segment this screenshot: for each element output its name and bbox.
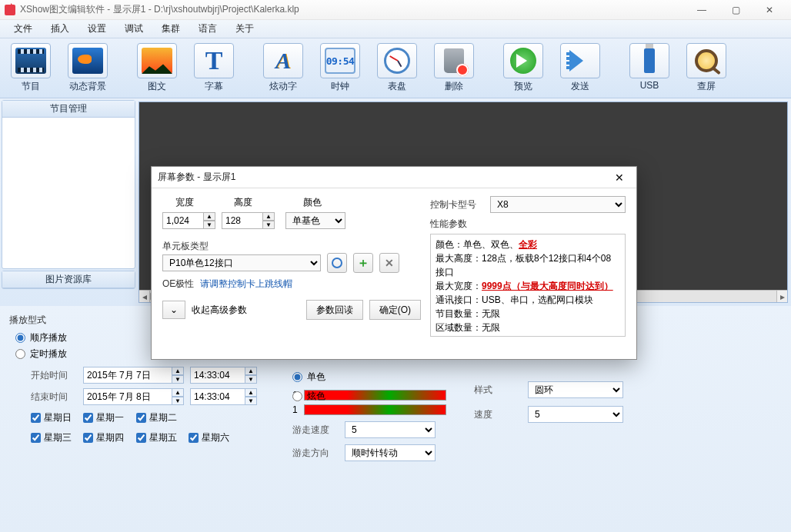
menu-insert[interactable]: 插入 [42, 20, 78, 38]
menu-cluster[interactable]: 集群 [152, 20, 189, 38]
add-unit-button[interactable]: ＋ [353, 253, 373, 273]
end-time-label: 结束时间 [31, 391, 77, 404]
day-sun[interactable]: 星期日 [31, 411, 72, 424]
chevron-up-down-icon: ⌄ [170, 304, 178, 315]
speed2-select[interactable]: 5 [528, 406, 623, 423]
tool-subtitle[interactable]: T字幕 [188, 42, 240, 98]
tool-pictext[interactable]: 图文 [131, 42, 183, 98]
app-logo-icon [5, 5, 15, 15]
menu-file[interactable]: 文件 [5, 20, 42, 38]
tool-program[interactable]: 节目 [5, 42, 57, 98]
screen-params-dialog: 屏幕参数 - 显示屏1 ✕ 宽度 高度 颜色 ▲▼ ▲▼ 单基色 单元板类型 P… [151, 166, 637, 360]
program-manager-header[interactable]: 节目管理 [2, 101, 135, 118]
menu-settings[interactable]: 设置 [78, 20, 115, 38]
perf-label: 性能参数 [430, 218, 626, 231]
window-close-button[interactable]: ✕ [753, 0, 786, 20]
window-maximize-button[interactable]: ▢ [719, 0, 753, 20]
left-column: 节目管理 图片资源库 [0, 98, 137, 306]
style-settings: 样式圆环 速度5 [474, 374, 643, 431]
wander-speed-select[interactable]: 5 [345, 421, 436, 438]
style-select[interactable]: 圆环 [528, 381, 623, 398]
search-unit-button[interactable] [327, 253, 347, 273]
day-wed[interactable]: 星期三 [31, 431, 72, 444]
perf-text[interactable]: 颜色：单色、双色、全彩 最大高度：128点，板载8个12接口和4个08接口 最大… [430, 234, 626, 337]
picture-icon [142, 48, 172, 74]
width-input[interactable]: ▲▼ [162, 212, 215, 229]
wander-settings: 单色 1 炫色 1 游走速度5 游走方向顺时针转动 [292, 367, 446, 467]
wander-speed-label: 游走速度 [292, 424, 339, 437]
width-label: 宽度 [162, 196, 207, 209]
height-label: 高度 [221, 196, 265, 209]
day-fri[interactable]: 星期五 [136, 431, 177, 444]
window-title: XShow图文编辑软件 - 显示屏1 - D:\rj\xshoutwbjrj\P… [20, 3, 685, 16]
wander-dir-label: 游走方向 [292, 447, 339, 460]
fx-a-icon: A [275, 48, 291, 74]
dialog-title: 屏幕参数 - 显示屏1 [158, 171, 609, 184]
day-sat[interactable]: 星期六 [189, 431, 229, 444]
tool-preview[interactable]: 预览 [497, 42, 549, 98]
menu-debug[interactable]: 调试 [115, 20, 152, 38]
height-input[interactable]: ▲▼ [222, 212, 275, 229]
spin-up-icon[interactable]: ▲ [172, 367, 184, 375]
card-model-select[interactable]: X8 [490, 196, 626, 213]
aquarium-icon [72, 48, 103, 74]
start-time-input[interactable]: ▲▼ [190, 367, 257, 384]
gradient-bar-2[interactable] [304, 404, 446, 415]
color-select[interactable]: 单基色 [285, 212, 345, 229]
readback-button[interactable]: 参数回读 [306, 300, 363, 320]
style-label: 样式 [474, 384, 520, 397]
color-label: 颜色 [290, 196, 335, 209]
program-tree[interactable] [2, 118, 135, 268]
oe-note-link[interactable]: 请调整控制卡上跳线帽 [200, 278, 292, 291]
tool-fxtext[interactable]: A炫动字 [257, 42, 309, 98]
day-thu[interactable]: 星期四 [83, 431, 124, 444]
oe-label: OE极性 [162, 278, 194, 291]
day-mon[interactable]: 星期一 [83, 411, 124, 424]
collapse-advanced-button[interactable]: ⌄ [162, 301, 185, 319]
play-icon [510, 48, 536, 74]
card-model-label: 控制卡型号 [430, 198, 484, 211]
tool-dial[interactable]: 表盘 [371, 42, 423, 98]
asset-library-panel: 图片资源库 [2, 271, 135, 289]
tool-send[interactable]: 发送 [554, 42, 606, 98]
start-time-label: 开始时间 [31, 369, 77, 382]
dialog-close-button[interactable]: ✕ [609, 167, 630, 188]
trash-icon [444, 48, 464, 73]
digital-clock-icon: 09:54 [325, 48, 355, 74]
send-arrow-icon [566, 50, 594, 71]
wander-dir-select[interactable]: 顺时针转动 [345, 444, 436, 461]
ok-button[interactable]: 确定(O) [369, 300, 421, 320]
text-t-icon: T [205, 46, 223, 75]
remove-unit-button[interactable]: ✕ [379, 253, 399, 273]
start-date-input[interactable]: ▲▼ [83, 367, 184, 384]
window-titlebar: XShow图文编辑软件 - 显示屏1 - D:\rj\xshoutwbjrj\P… [0, 0, 791, 20]
spin-down-icon[interactable]: ▼ [172, 375, 184, 384]
scroll-left-button[interactable]: ◂ [139, 291, 150, 302]
window-minimize-button[interactable]: — [685, 0, 719, 20]
day-tue[interactable]: 星期二 [136, 411, 177, 424]
menu-language[interactable]: 语言 [189, 20, 226, 38]
tool-clock[interactable]: 09:54时钟 [314, 42, 366, 98]
unit-type-select[interactable]: P10单色12接口 [162, 254, 321, 271]
magnifier-icon [695, 49, 718, 72]
tool-usb[interactable]: USB [623, 42, 676, 98]
menu-about[interactable]: 关于 [226, 20, 263, 38]
usb-icon [644, 48, 655, 73]
speed2-label: 速度 [474, 408, 520, 421]
main-toolbar: 节目 动态背景 图文 T字幕 A炫动字 09:54时钟 表盘 删除 预览 发送 … [0, 38, 791, 98]
end-date-input[interactable]: ▲▼ [83, 388, 184, 405]
program-manager-panel: 节目管理 [2, 100, 135, 269]
tool-dynamic-bg[interactable]: 动态背景 [62, 42, 114, 98]
tool-scan[interactable]: 查屏 [680, 42, 733, 98]
radio-mono[interactable]: 单色 [292, 371, 446, 384]
unit-type-label: 单元板类型 [162, 240, 421, 253]
tool-delete[interactable]: 删除 [428, 42, 480, 98]
menu-bar: 文件 插入 设置 调试 集群 语言 关于 [0, 20, 791, 38]
analog-clock-icon [384, 48, 410, 74]
collapse-advanced-label: 收起高级参数 [192, 304, 247, 317]
dialog-titlebar[interactable]: 屏幕参数 - 显示屏1 ✕ [152, 167, 636, 188]
grad-value-2: 1 [292, 404, 298, 415]
asset-library-header[interactable]: 图片资源库 [2, 271, 135, 288]
end-time-input[interactable]: ▲▼ [190, 388, 257, 405]
scroll-right-button[interactable]: ▸ [776, 291, 787, 302]
